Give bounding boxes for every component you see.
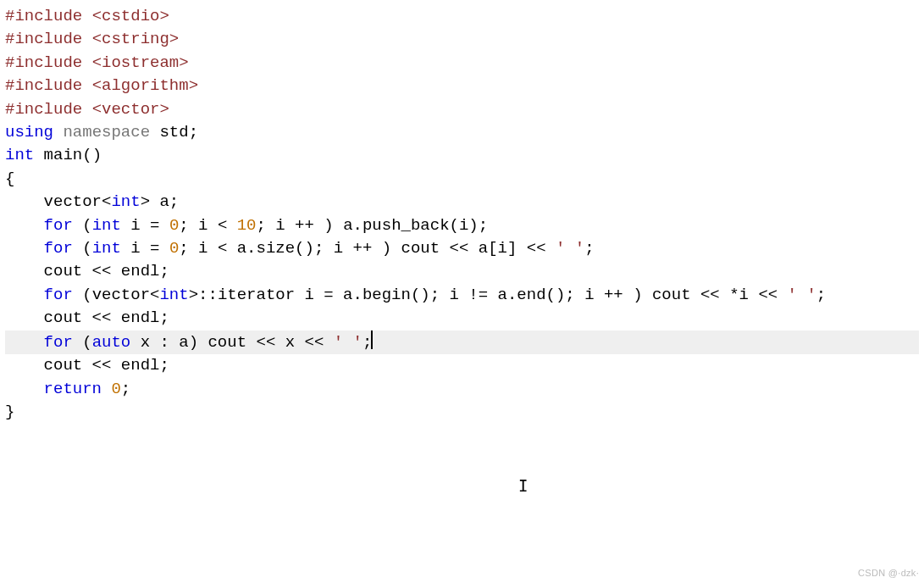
token: ' ' <box>556 239 584 258</box>
token: int <box>92 239 121 258</box>
token: > a; <box>141 192 180 211</box>
code-line[interactable]: #include <cstring> <box>5 28 919 51</box>
token: 0 <box>111 380 120 398</box>
token: namespace <box>63 123 150 142</box>
token <box>5 380 44 398</box>
token: ; i < a.size(); i ++ ) cout << a[i] << <box>179 239 556 258</box>
token <box>5 333 44 352</box>
code-line[interactable]: { <box>5 168 919 191</box>
token: auto <box>92 333 131 352</box>
token: return <box>44 380 102 398</box>
token: cout << endl; <box>5 308 169 327</box>
code-line[interactable]: for (int i = 0; i < 10; i ++ ) a.push_ba… <box>5 214 919 237</box>
token <box>5 239 44 258</box>
token: for <box>44 239 73 258</box>
token <box>102 380 111 398</box>
token: ; <box>816 286 826 304</box>
code-line[interactable]: cout << endl; <box>5 260 919 283</box>
token: ( <box>73 333 92 352</box>
token: #include <box>5 30 92 48</box>
token: <vector> <box>92 100 169 119</box>
code-line[interactable]: cout << endl; <box>5 307 919 330</box>
token: int <box>111 192 140 211</box>
code-line[interactable]: vector<int> a; <box>5 191 919 214</box>
token <box>5 286 44 304</box>
token: ' ' <box>334 333 362 352</box>
token: int <box>159 286 188 304</box>
token: #include <box>5 76 92 95</box>
token: ; <box>121 380 130 398</box>
code-line[interactable]: int main() <box>5 144 919 167</box>
token: ; i ++ ) a.push_back(i); <box>257 216 489 235</box>
token: main() <box>34 146 102 164</box>
code-line[interactable]: for (int i = 0; i < a.size(); i ++ ) cou… <box>5 237 919 260</box>
token: { <box>5 169 14 188</box>
token: <iostream> <box>92 53 189 72</box>
token: 10 <box>237 216 257 235</box>
token: <algorithm> <box>92 76 198 95</box>
code-line[interactable]: cout << endl; <box>5 354 919 377</box>
token: #include <box>5 7 92 25</box>
token: ; <box>584 239 594 258</box>
token: cout << endl; <box>5 356 169 375</box>
code-line[interactable]: #include <iostream> <box>5 52 919 75</box>
token <box>53 123 63 142</box>
code-editor[interactable]: #include <cstdio>#include <cstring>#incl… <box>0 0 924 424</box>
token: std; <box>150 123 198 142</box>
code-line[interactable]: for (vector<int>::iterator i = a.begin()… <box>5 284 919 307</box>
token: ; i < <box>179 216 236 235</box>
token: vector< <box>5 192 111 211</box>
token: cout << endl; <box>5 262 169 280</box>
token: int <box>92 216 121 235</box>
token: (vector< <box>73 286 160 304</box>
token: <cstdio> <box>92 7 169 25</box>
code-line[interactable]: return 0; <box>5 378 919 401</box>
code-line[interactable]: for (auto x : a) cout << x << ' '; <box>5 330 919 354</box>
token: for <box>44 286 73 304</box>
token: for <box>44 333 73 352</box>
watermark: CSDN @·dzk· <box>858 568 919 578</box>
token: #include <box>5 53 92 72</box>
token: ' ' <box>788 286 816 304</box>
token: int <box>5 146 34 164</box>
token <box>5 216 44 235</box>
code-line[interactable]: using namespace std; <box>5 121 919 144</box>
token: 0 <box>169 239 179 258</box>
token: i = <box>121 239 169 258</box>
token: for <box>44 216 73 235</box>
token: i = <box>121 216 169 235</box>
token: using <box>5 123 53 142</box>
code-line[interactable]: } <box>5 401 919 424</box>
token: #include <box>5 100 92 119</box>
token: } <box>5 403 14 421</box>
ibeam-cursor-icon: I <box>518 475 528 497</box>
code-line[interactable]: #include <cstdio> <box>5 5 919 28</box>
token: <cstring> <box>92 30 180 48</box>
token: >::iterator i = a.begin(); i != a.end();… <box>189 286 788 304</box>
code-line[interactable]: #include <vector> <box>5 98 919 121</box>
token: ( <box>73 216 92 235</box>
token: ( <box>73 239 92 258</box>
code-line[interactable]: #include <algorithm> <box>5 75 919 97</box>
token: x : a) cout << x << <box>130 333 333 352</box>
text-cursor <box>371 330 373 349</box>
token: 0 <box>169 216 179 235</box>
